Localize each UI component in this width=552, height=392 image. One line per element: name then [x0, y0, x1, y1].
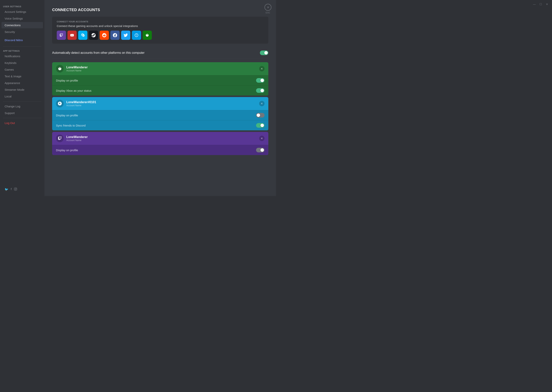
battlenet-account-icon — [56, 100, 64, 107]
battlenet-sync-friends-toggle[interactable] — [256, 123, 264, 128]
xbox-display-on-profile-label: Display on profile — [56, 79, 78, 82]
xbox-status-toggle[interactable] — [256, 88, 264, 93]
xbox-account-sub: Account Name — [66, 69, 87, 72]
connect-xbox-button[interactable] — [143, 31, 152, 40]
sidebar-item-account-settings[interactable]: Account Settings — [1, 9, 43, 15]
battlenet-display-on-profile-label: Display on profile — [56, 114, 78, 117]
svg-point-1 — [15, 189, 16, 190]
connect-accounts-label: CONNECT YOUR ACCOUNTS — [57, 21, 264, 23]
battlenet-display-on-profile-row: Display on profile — [52, 110, 268, 120]
sidebar-social: 🐦 f — [0, 186, 44, 193]
sidebar-divider-2 — [3, 101, 41, 101]
connect-youtube-button[interactable] — [67, 31, 77, 40]
battlenet-sync-friends-thumb — [261, 124, 264, 127]
esc-label: ESC — [266, 12, 270, 14]
svg-point-2 — [16, 188, 16, 189]
twitter-social-icon[interactable]: 🐦 — [5, 188, 8, 191]
xbox-status-label: Display Xbox as your status — [56, 89, 91, 92]
xbox-status-row: Display Xbox as your status — [52, 85, 268, 96]
auto-detect-toggle[interactable] — [260, 50, 268, 55]
xbox-account-icon — [56, 65, 64, 73]
svg-rect-0 — [14, 188, 17, 190]
facebook-social-icon[interactable]: f — [11, 188, 12, 191]
battlenet-account-close-button[interactable]: ✕ — [259, 101, 264, 106]
twitch-account-sub: Account Name — [66, 139, 87, 142]
sidebar-item-support[interactable]: Support — [1, 110, 43, 116]
battlenet-sync-friends-label: Sync friends to Discord — [56, 124, 86, 127]
sidebar-divider-3 — [3, 118, 41, 118]
twitch-account-info: LoneWanderer Account Name — [66, 135, 87, 142]
connect-steam-button[interactable] — [89, 31, 98, 40]
auto-detect-label: Automatically detect accounts from other… — [52, 51, 145, 55]
battlenet-account-header-left: LoneWanderer#0101 Account Name — [56, 100, 96, 107]
sidebar-item-security[interactable]: Security — [1, 29, 43, 35]
battlenet-display-on-profile-thumb — [257, 113, 260, 117]
battlenet-sync-friends-row: Sync friends to Discord — [52, 120, 268, 130]
sidebar: USER SETTINGS Account Settings Voice Set… — [0, 0, 44, 196]
instagram-social-icon[interactable] — [14, 188, 17, 191]
xbox-account-name: LoneWanderer — [66, 66, 87, 69]
battlenet-account-header: LoneWanderer#0101 Account Name ✕ — [52, 97, 268, 110]
sidebar-item-notifications[interactable]: Notifications — [1, 53, 43, 59]
sidebar-item-log-out[interactable]: Log Out — [1, 120, 43, 126]
xbox-account-close-button[interactable]: ✕ — [259, 66, 264, 71]
battlenet-account-sub: Account Name — [66, 104, 96, 107]
twitch-account-header: LoneWanderer Account Name ✕ — [52, 132, 268, 145]
twitch-display-on-profile-toggle[interactable] — [256, 148, 264, 152]
battlenet-display-on-profile-toggle[interactable] — [256, 113, 264, 118]
connect-icons-row — [57, 31, 264, 40]
app-container: USER SETTINGS Account Settings Voice Set… — [0, 0, 276, 196]
battlenet-account-name: LoneWanderer#0101 — [66, 100, 96, 104]
xbox-account-header-left: LoneWanderer Account Name — [56, 65, 87, 73]
twitch-account-header-left: LoneWanderer Account Name — [56, 134, 87, 142]
twitch-account-card: LoneWanderer Account Name ✕ Display on p… — [52, 132, 268, 155]
connect-battlenet-button[interactable] — [132, 31, 141, 40]
connect-twitch-button[interactable] — [57, 31, 66, 40]
connect-accounts-card: CONNECT YOUR ACCOUNTS Connect these gami… — [52, 17, 268, 44]
twitch-display-on-profile-thumb — [261, 148, 264, 152]
connect-twitter-button[interactable] — [121, 31, 130, 40]
battlenet-account-card: LoneWanderer#0101 Account Name ✕ Display… — [52, 97, 268, 130]
user-settings-section-label: USER SETTINGS — [0, 4, 44, 8]
auto-detect-toggle-thumb — [264, 51, 268, 55]
sidebar-item-discord-nitro[interactable]: Discord Nitro — [1, 37, 43, 43]
sidebar-item-appearance[interactable]: Appearance — [1, 80, 43, 86]
sidebar-item-text-image[interactable]: Text & Image — [1, 73, 43, 79]
auto-detect-row: Automatically detect accounts from other… — [52, 48, 268, 58]
sidebar-item-change-log[interactable]: Change Log — [1, 103, 43, 110]
sidebar-item-voice-settings[interactable]: Voice Settings — [1, 15, 43, 22]
sidebar-item-keybinds[interactable]: Keybinds — [1, 60, 43, 66]
page-title: CONNECTED ACCOUNTS — [52, 8, 268, 12]
connect-facebook-button[interactable] — [110, 31, 120, 40]
twitch-display-on-profile-row: Display on profile — [52, 145, 268, 155]
xbox-status-thumb — [261, 89, 264, 92]
xbox-account-header: LoneWanderer Account Name ✕ — [52, 62, 268, 75]
xbox-account-info: LoneWanderer Account Name — [66, 66, 87, 72]
xbox-display-on-profile-row: Display on profile — [52, 75, 268, 85]
connect-reddit-button[interactable] — [100, 31, 109, 40]
sidebar-item-local[interactable]: Local — [1, 93, 43, 99]
twitch-account-close-button[interactable]: ✕ — [259, 136, 264, 141]
sidebar-item-streamer-mode[interactable]: Streamer Mode — [1, 86, 43, 93]
twitch-account-name: LoneWanderer — [66, 135, 87, 139]
xbox-display-on-profile-toggle[interactable] — [256, 78, 264, 83]
connect-skype-button[interactable] — [78, 31, 87, 40]
sidebar-item-connections[interactable]: Connections — [1, 22, 43, 28]
xbox-display-on-profile-thumb — [261, 79, 264, 82]
sidebar-item-games[interactable]: Games — [1, 66, 43, 73]
esc-icon[interactable]: ✕ — [264, 4, 271, 11]
connect-accounts-description: Connect these gaming accounts and unlock… — [57, 24, 264, 28]
battlenet-account-info: LoneWanderer#0101 Account Name — [66, 100, 96, 107]
twitch-account-icon — [56, 134, 64, 142]
xbox-account-card: LoneWanderer Account Name ✕ Display on p… — [52, 62, 268, 96]
esc-button[interactable]: ✕ ESC — [264, 4, 271, 14]
app-settings-section-label: APP SETTINGS — [0, 48, 44, 53]
twitch-display-on-profile-label: Display on profile — [56, 148, 78, 152]
main-content: ✕ ESC CONNECTED ACCOUNTS CONNECT YOUR AC… — [44, 0, 276, 196]
